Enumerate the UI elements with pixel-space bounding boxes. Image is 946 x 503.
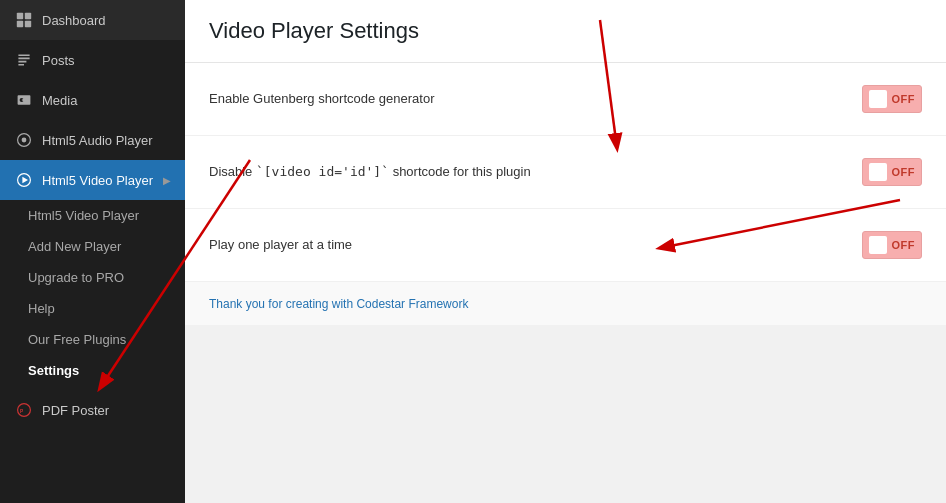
toggle-knob-shortcode bbox=[869, 163, 887, 181]
sidebar: Dashboard Posts Media Html5 Audio Player… bbox=[0, 0, 185, 503]
media-icon bbox=[14, 90, 34, 110]
toggle-gutenberg[interactable]: OFF bbox=[862, 85, 923, 113]
sidebar-label-pdf-poster: PDF Poster bbox=[42, 403, 109, 418]
toggle-container-one-player: OFF bbox=[862, 231, 923, 259]
svg-rect-3 bbox=[25, 21, 31, 27]
settings-row-one-player: Play one player at a time OFF bbox=[185, 209, 946, 282]
toggle-knob-gutenberg bbox=[869, 90, 887, 108]
sidebar-label-dashboard: Dashboard bbox=[42, 13, 106, 28]
toggle-shortcode[interactable]: OFF bbox=[862, 158, 923, 186]
svg-rect-0 bbox=[17, 13, 23, 19]
svg-text:P: P bbox=[20, 409, 24, 414]
settings-row-gutenberg: Enable Gutenberg shortcode generator OFF bbox=[185, 63, 946, 136]
video-player-icon bbox=[14, 170, 34, 190]
sidebar-item-video-player[interactable]: Html5 Video Player ▶ bbox=[0, 160, 185, 200]
sidebar-sub-free-plugins[interactable]: Our Free Plugins bbox=[0, 324, 185, 355]
settings-label-gutenberg: Enable Gutenberg shortcode generator bbox=[209, 89, 842, 109]
chevron-icon: ▶ bbox=[163, 175, 171, 186]
sidebar-item-dashboard[interactable]: Dashboard bbox=[0, 0, 185, 40]
toggle-knob-one-player bbox=[869, 236, 887, 254]
sidebar-label-media: Media bbox=[42, 93, 77, 108]
sidebar-item-media[interactable]: Media bbox=[0, 80, 185, 120]
sidebar-sub-html5-video-player[interactable]: Html5 Video Player bbox=[0, 200, 185, 231]
dashboard-icon bbox=[14, 10, 34, 30]
settings-label-shortcode: Disable `[video id='id']` shortcode for … bbox=[209, 162, 842, 182]
page-title: Video Player Settings bbox=[209, 18, 922, 44]
svg-point-7 bbox=[22, 138, 27, 143]
toggle-one-player[interactable]: OFF bbox=[862, 231, 923, 259]
toggle-label-one-player: OFF bbox=[892, 239, 916, 251]
sidebar-item-audio-player[interactable]: Html5 Audio Player bbox=[0, 120, 185, 160]
sidebar-label-audio-player: Html5 Audio Player bbox=[42, 133, 153, 148]
settings-footer: Thank you for creating with Codestar Fra… bbox=[185, 282, 946, 325]
sidebar-label-posts: Posts bbox=[42, 53, 75, 68]
sidebar-sub-upgrade-pro[interactable]: Upgrade to PRO bbox=[0, 262, 185, 293]
sidebar-item-pdf-poster[interactable]: P PDF Poster bbox=[0, 390, 185, 430]
svg-rect-1 bbox=[25, 13, 31, 19]
settings-label-one-player: Play one player at a time bbox=[209, 235, 842, 255]
main-content: Video Player Settings Enable Gutenberg s… bbox=[185, 0, 946, 503]
settings-header: Video Player Settings bbox=[185, 0, 946, 63]
settings-panel: Video Player Settings Enable Gutenberg s… bbox=[185, 0, 946, 325]
settings-row-shortcode: Disable `[video id='id']` shortcode for … bbox=[185, 136, 946, 209]
toggle-container-shortcode: OFF bbox=[862, 158, 923, 186]
sidebar-sub-help[interactable]: Help bbox=[0, 293, 185, 324]
toggle-label-gutenberg: OFF bbox=[892, 93, 916, 105]
toggle-container-gutenberg: OFF bbox=[862, 85, 923, 113]
posts-icon bbox=[14, 50, 34, 70]
footer-text: Thank you for creating with Codestar Fra… bbox=[209, 297, 468, 311]
sidebar-item-posts[interactable]: Posts bbox=[0, 40, 185, 80]
svg-marker-9 bbox=[22, 177, 28, 183]
sidebar-submenu: Html5 Video Player Add New Player Upgrad… bbox=[0, 200, 185, 386]
sidebar-sub-add-new-player[interactable]: Add New Player bbox=[0, 231, 185, 262]
toggle-label-shortcode: OFF bbox=[892, 166, 916, 178]
shortcode-code: `[video id='id']` bbox=[256, 164, 389, 179]
sidebar-label-video-player: Html5 Video Player bbox=[42, 173, 153, 188]
pdf-poster-icon: P bbox=[14, 400, 34, 420]
svg-rect-2 bbox=[17, 21, 23, 27]
audio-player-icon bbox=[14, 130, 34, 150]
sidebar-sub-settings[interactable]: Settings bbox=[0, 355, 185, 386]
